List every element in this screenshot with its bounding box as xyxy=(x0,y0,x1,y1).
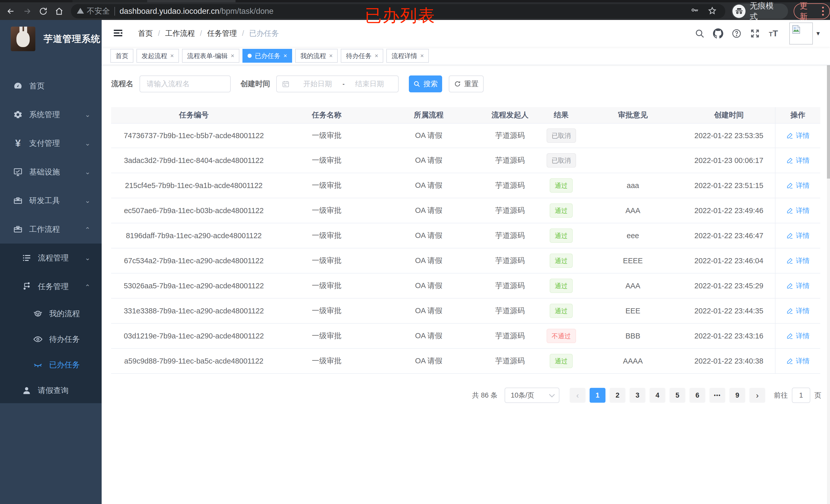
help-icon[interactable] xyxy=(727,28,746,39)
browser-back-button[interactable] xyxy=(5,6,17,17)
date-range-picker[interactable]: 开始日期 - 结束日期 xyxy=(276,75,398,92)
font-size-icon[interactable]: TT xyxy=(764,28,783,38)
sidebar-item-system[interactable]: 系统管理 ⌄ xyxy=(0,100,102,129)
page-button-3[interactable]: 3 xyxy=(630,388,645,403)
browser-home-button[interactable] xyxy=(54,6,65,17)
page-size-select[interactable]: 10条/页 xyxy=(505,388,560,403)
password-key-icon[interactable] xyxy=(691,6,699,16)
sidebar-item-my-process[interactable]: 我的流程 xyxy=(0,301,102,327)
sidebar-item-process-mgmt[interactable]: 流程管理 ⌄ xyxy=(0,243,102,272)
close-icon[interactable]: × xyxy=(170,52,174,59)
browser-tab-strip xyxy=(0,0,830,2)
goto-page-input[interactable] xyxy=(792,388,810,403)
close-icon[interactable]: × xyxy=(375,52,378,59)
incognito-badge: 无痕模式 xyxy=(731,4,788,19)
browser-menu-icon[interactable] xyxy=(820,7,826,15)
table-row: 53026aa5-7b9a-11ec-a290-acde48001122 一级审… xyxy=(111,273,821,299)
sidebar-item-workflow[interactable]: 工作流程 ⌄ xyxy=(0,215,102,243)
browser-update-button[interactable]: 更新 xyxy=(794,3,830,19)
detail-link[interactable]: 详情 xyxy=(786,357,810,366)
tab-process-detail[interactable]: 流程详情× xyxy=(386,49,429,63)
sidebar-item-devtools[interactable]: 研发工具 ⌄ xyxy=(0,186,102,215)
tab-todo-tasks[interactable]: 待办任务× xyxy=(341,49,383,63)
breadcrumb-workflow[interactable]: 工作流程 xyxy=(165,28,195,39)
page-button-1[interactable]: 1 xyxy=(589,388,605,403)
detail-link[interactable]: 详情 xyxy=(786,331,810,340)
app-logo-row[interactable]: 芋道管理系统 xyxy=(0,20,102,57)
update-label[interactable]: 更新 xyxy=(800,1,816,22)
reset-button[interactable]: 重置 xyxy=(449,75,484,92)
caret-down-icon[interactable]: ▾ xyxy=(817,29,820,37)
detail-link[interactable]: 详情 xyxy=(786,156,810,165)
close-icon[interactable]: × xyxy=(329,52,332,59)
sidebar-item-todo-tasks[interactable]: 待办任务 xyxy=(0,327,102,352)
detail-link[interactable]: 详情 xyxy=(786,231,810,240)
avatar[interactable] xyxy=(789,23,813,44)
table-header-row: 任务编号 任务名称 所属流程 流程发起人 结果 审批意见 创建时间 操作 xyxy=(111,107,821,123)
date-range-separator: - xyxy=(343,80,345,88)
col-actions: 操作 xyxy=(775,107,820,123)
prev-page-button[interactable]: ‹ xyxy=(570,388,585,403)
detail-link[interactable]: 详情 xyxy=(786,131,810,140)
col-task-id: 任务编号 xyxy=(111,107,277,123)
table-row: 3adac3d2-7b9d-11ec-8404-acde48001122 一级审… xyxy=(111,148,821,173)
detail-link[interactable]: 详情 xyxy=(786,181,810,190)
end-date-placeholder[interactable]: 结束日期 xyxy=(346,79,393,89)
fullscreen-icon[interactable] xyxy=(746,28,764,39)
status-badge: 通过 xyxy=(550,178,573,193)
incognito-icon xyxy=(732,5,746,18)
close-icon[interactable]: × xyxy=(283,52,287,59)
tab-form-edit[interactable]: 流程表单-编辑× xyxy=(182,49,240,63)
process-name-input[interactable] xyxy=(147,80,224,88)
search-button[interactable]: 搜索 xyxy=(409,75,442,92)
app-title: 芋道管理系统 xyxy=(43,33,100,45)
navbar-actions: TT ▾ xyxy=(691,23,820,44)
security-warning-icon xyxy=(76,7,84,15)
tab-done-tasks[interactable]: 已办任务× xyxy=(243,49,292,63)
search-icon[interactable] xyxy=(691,28,709,39)
security-label[interactable]: 不安全 xyxy=(87,6,110,16)
detail-link[interactable]: 详情 xyxy=(786,206,810,215)
chevron-down-icon: ⌄ xyxy=(85,168,90,176)
page-button-6[interactable]: 6 xyxy=(690,388,705,403)
more-pages-button[interactable]: ••• xyxy=(709,388,725,403)
detail-link[interactable]: 详情 xyxy=(786,256,810,265)
detail-link[interactable]: 详情 xyxy=(786,306,810,315)
page-button-2[interactable]: 2 xyxy=(610,388,626,403)
page-button-5[interactable]: 5 xyxy=(669,388,685,403)
breadcrumb-home[interactable]: 首页 xyxy=(138,28,153,39)
next-page-button[interactable]: › xyxy=(749,388,765,403)
window-scrollbar[interactable] xyxy=(827,20,830,504)
browser-reload-button[interactable] xyxy=(38,6,49,17)
detail-link[interactable]: 详情 xyxy=(786,281,810,290)
sidebar-collapse-icon[interactable] xyxy=(113,27,125,40)
github-icon[interactable] xyxy=(709,28,727,39)
chevron-down-icon: ⌄ xyxy=(85,111,90,119)
breadcrumb-task-mgmt[interactable]: 任务管理 xyxy=(207,28,237,39)
table-row: 67c534a2-7b9a-11ec-a290-acde48001122 一级审… xyxy=(111,248,821,273)
close-icon[interactable]: × xyxy=(420,52,424,59)
close-icon[interactable]: × xyxy=(231,52,234,59)
start-date-placeholder[interactable]: 开始日期 xyxy=(294,79,341,89)
sidebar-item-leave-query[interactable]: 请假查询 xyxy=(0,378,102,403)
sidebar-item-home[interactable]: 首页 xyxy=(0,72,102,100)
status-badge: 通过 xyxy=(550,279,573,293)
page-button-4[interactable]: 4 xyxy=(649,388,665,403)
chevron-down-icon: ⌄ xyxy=(85,254,90,262)
sidebar-item-task-mgmt[interactable]: 任务管理 ⌄ xyxy=(0,272,102,301)
chevron-down-icon: ⌄ xyxy=(85,139,90,147)
col-created: 创建时间 xyxy=(683,107,775,123)
browser-forward-button[interactable] xyxy=(22,6,33,17)
tab-start-process[interactable]: 发起流程× xyxy=(136,49,179,63)
tab-home[interactable]: 首页 xyxy=(110,49,133,63)
sidebar-item-done-tasks[interactable]: 已办任务 xyxy=(0,352,102,378)
table-row: a59c9d88-7b99-11ec-ba5c-acde48001122 一级审… xyxy=(111,349,821,374)
page-button-9[interactable]: 9 xyxy=(729,388,745,403)
sidebar-item-infrastructure[interactable]: 基础设施 ⌄ xyxy=(0,158,102,186)
bookmark-star-icon[interactable] xyxy=(708,6,716,16)
chevron-up-icon: ⌄ xyxy=(85,283,90,291)
table-row: 331e3388-7b9a-11ec-a290-acde48001122 一级审… xyxy=(111,299,821,324)
sidebar-item-payment[interactable]: ¥ 支付管理 ⌄ xyxy=(0,129,102,158)
pagination-goto: 前往 页 xyxy=(774,388,821,403)
tab-my-process[interactable]: 我的流程× xyxy=(295,49,338,63)
